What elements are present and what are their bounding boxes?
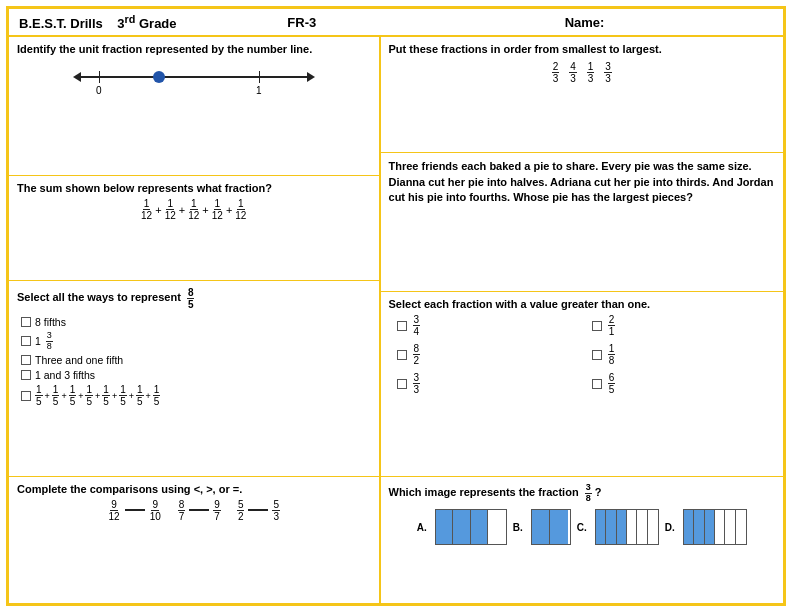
comp2-right: 97 — [213, 499, 221, 522]
frac-4: 112 — [211, 198, 224, 221]
comp1-line — [125, 509, 145, 511]
q3-option-1: 8 fifths — [21, 316, 367, 328]
q7-title: Select each fraction with a value greate… — [389, 298, 775, 310]
q7-f2: 21 — [608, 314, 616, 337]
number-line-container: 0 1 — [17, 59, 371, 111]
checkbox-4[interactable] — [21, 370, 31, 380]
q7-cb-5[interactable] — [397, 379, 407, 389]
main-content: Identify the unit fraction represented b… — [9, 37, 783, 603]
comp1-left: 912 — [108, 499, 121, 522]
right-column: Put these fractions in order from smalle… — [381, 37, 783, 603]
q7-f4: 18 — [608, 343, 616, 366]
nl-arrow-right — [307, 72, 315, 82]
q8-option-c[interactable] — [595, 509, 659, 545]
q3-option-2: 1 3 8 — [21, 331, 367, 352]
checkbox-1[interactable] — [21, 317, 31, 327]
comp3-left: 52 — [237, 499, 245, 522]
q8-option-d[interactable] — [683, 509, 747, 545]
checkbox-5[interactable] — [21, 391, 31, 401]
q7-cb-4[interactable] — [592, 350, 602, 360]
q8-fraction: 3 8 — [585, 483, 592, 504]
grade-sup: rd — [125, 13, 136, 25]
q7-cb-3[interactable] — [397, 350, 407, 360]
q1-title: Identify the unit fraction represented b… — [17, 43, 371, 55]
q8-option-a[interactable] — [435, 509, 507, 545]
header-app-name: B.E.S.T. Drills 3rd Grade — [19, 13, 208, 31]
q6-cell: Three friends each baked a pie to share.… — [381, 153, 783, 292]
q8-title: Which image represents the fraction 3 8 … — [389, 483, 775, 504]
q5-f1: 23 — [552, 61, 560, 84]
header-code: FR-3 — [208, 15, 397, 30]
frac-sum: 112 + 112 + 112 + 112 + 112 — [140, 198, 247, 221]
nl-tick-1 — [259, 71, 261, 83]
comp2-left: 87 — [178, 499, 186, 522]
header-name: Name: — [396, 15, 773, 30]
q3-option-4: 1 and 3 fifths — [21, 369, 367, 381]
comp-1: 912 910 — [108, 499, 162, 522]
mixed-frac: 3 8 — [46, 331, 53, 352]
checkbox-2[interactable] — [21, 336, 31, 346]
s7: 15 — [136, 384, 144, 407]
frac-3: 112 — [187, 198, 200, 221]
q8-images: A. B. C. — [389, 509, 775, 545]
comp2-line — [189, 509, 209, 511]
q3-fraction: 8 5 — [187, 287, 195, 310]
nl-dot — [153, 71, 165, 83]
q7-item-2: 21 — [592, 314, 767, 337]
q5-f4: 33 — [604, 61, 612, 84]
q7-item-1: 34 — [397, 314, 572, 337]
grade-label: 3rd Grade — [117, 16, 176, 31]
q3-title: Select all the ways to represent 8 5 — [17, 287, 371, 310]
s3: 15 — [69, 384, 77, 407]
s1: 15 — [35, 384, 43, 407]
q5-cell: Put these fractions in order from smalle… — [381, 37, 783, 153]
q3-option-5: 15+ 15+ 15+ 15+ 15+ 15+ 15+ 15 — [21, 384, 367, 407]
comp-row: 912 910 87 97 52 53 — [17, 499, 371, 522]
frac-5: 112 — [234, 198, 247, 221]
b-seg2 — [550, 510, 568, 544]
q7-cb-2[interactable] — [592, 321, 602, 331]
left-column: Identify the unit fraction represented b… — [9, 37, 381, 603]
number-line: 0 1 — [69, 67, 319, 107]
checkbox-3[interactable] — [21, 355, 31, 365]
b-seg1 — [532, 510, 550, 544]
q6-text: Three friends each baked a pie to share.… — [389, 159, 775, 205]
q7-cb-6[interactable] — [592, 379, 602, 389]
q5-fractions: 23 43 13 33 — [389, 61, 775, 84]
q3-cell: Select all the ways to represent 8 5 8 f… — [9, 281, 379, 477]
s5: 15 — [102, 384, 110, 407]
frac-1: 112 — [140, 198, 153, 221]
worksheet-container: B.E.S.T. Drills 3rd Grade FR-3 Name: Ide… — [6, 6, 786, 606]
q7-f3: 82 — [413, 343, 421, 366]
nl-line — [79, 76, 309, 78]
q7-grid: 34 21 82 18 — [389, 314, 775, 395]
nl-arrow-left — [73, 72, 81, 82]
q8-option-b[interactable] — [531, 509, 571, 545]
q3-option-3: Three and one fifth — [21, 354, 367, 366]
q4-title: Complete the comparisons using <, >, or … — [17, 483, 371, 495]
q8-cell: Which image represents the fraction 3 8 … — [381, 477, 783, 603]
q5-f3: 13 — [587, 61, 595, 84]
q7-f5: 33 — [413, 372, 421, 395]
comp3-line — [248, 509, 268, 511]
q7-item-6: 65 — [592, 372, 767, 395]
q3-checklist: 8 fifths 1 3 8 Three and one fifth 1 and… — [17, 314, 371, 413]
q2-cell: The sum shown below represents what frac… — [9, 176, 379, 281]
q4-cell: Complete the comparisons using <, >, or … — [9, 477, 379, 603]
nl-tick-0 — [99, 71, 101, 83]
nl-label-1: 1 — [256, 85, 262, 96]
header: B.E.S.T. Drills 3rd Grade FR-3 Name: — [9, 9, 783, 37]
q7-item-5: 33 — [397, 372, 572, 395]
comp-3: 52 53 — [237, 499, 280, 522]
app-name-text: B.E.S.T. Drills — [19, 16, 103, 31]
comp3-right: 53 — [272, 499, 280, 522]
comp1-right: 910 — [149, 499, 162, 522]
q7-cb-1[interactable] — [397, 321, 407, 331]
q7-f6: 65 — [608, 372, 616, 395]
s2: 15 — [52, 384, 60, 407]
comp-2: 87 97 — [178, 499, 221, 522]
frac-2: 112 — [164, 198, 177, 221]
s6: 15 — [119, 384, 127, 407]
q7-item-3: 82 — [397, 343, 572, 366]
q5-title: Put these fractions in order from smalle… — [389, 43, 775, 55]
